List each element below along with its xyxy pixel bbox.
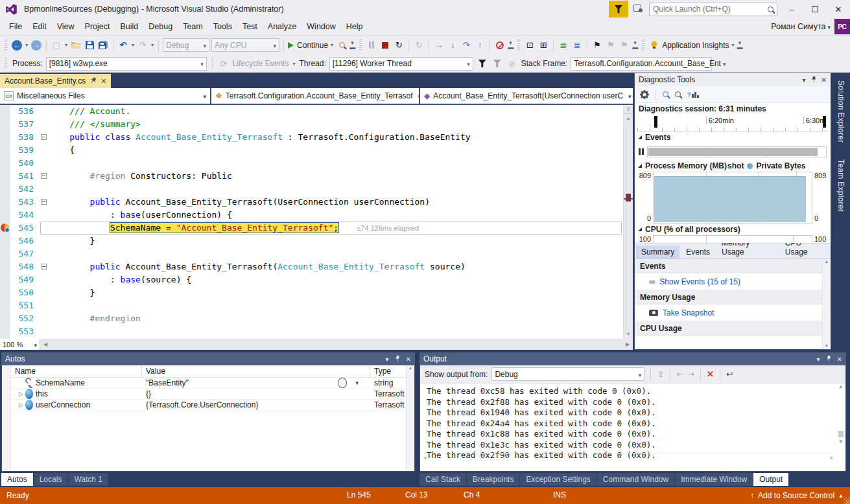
panel-tab-locals[interactable]: Locals [34,473,68,486]
menu-file[interactable]: File [4,20,27,33]
menu-window[interactable]: Window [301,20,340,33]
pin-icon[interactable] [395,356,400,363]
output-vertical-scrollbar[interactable]: ▲▼ [836,384,845,453]
redo-button[interactable]: ↷ [137,39,148,52]
toolbar-overflow[interactable]: ▾▬ [508,41,514,50]
resize-grip[interactable] [844,498,850,504]
diagnostic-tools-button[interactable] [336,39,348,52]
close-icon[interactable]: ✕ [821,76,827,84]
solution-explorer-tab[interactable]: Solution Explorer [835,75,847,148]
team-explorer-tab[interactable]: Team Explorer [835,154,847,217]
output-header[interactable]: Output ▾ ✕ [419,352,846,365]
breakpoint-margin[interactable] [0,157,10,170]
panel-tab-command-window[interactable]: Command Window [597,473,674,486]
project-dropdown[interactable]: C# Miscellaneous Files [0,88,211,104]
application-insights-label[interactable]: Application Insights [662,41,729,50]
column-name[interactable]: Name [11,365,142,377]
diag-tab-events[interactable]: Events [681,246,715,258]
fold-collapse-icon[interactable] [41,173,47,179]
navigate-code-button[interactable]: ⊞ [537,39,549,52]
fold-margin[interactable] [40,144,49,157]
show-next-statement-arrow[interactable]: → [433,39,445,52]
diagnostics-timeline[interactable]: 6:20min 6:30m [637,116,828,132]
breakpoint-margin[interactable] [0,338,10,339]
close-button[interactable]: ✕ [829,5,847,14]
filter-threads-icon[interactable] [477,57,488,70]
breakpoint-margin[interactable] [0,170,10,183]
events-section-header[interactable]: Events [635,132,831,143]
menu-project[interactable]: Project [80,20,115,33]
toolbar-overflow[interactable]: ▾▬ [632,41,638,50]
window-position-dropdown-icon[interactable]: ▾ [803,76,806,84]
pause-button[interactable] [366,39,377,52]
thread-dropdown[interactable]: [11296] Worker Thread [329,57,473,71]
toolbar-gripper[interactable] [5,58,7,69]
scroll-right-arrow[interactable]: ▶ [622,341,633,347]
breakpoint-margin[interactable] [0,222,10,235]
fold-margin[interactable] [40,170,49,183]
fold-margin[interactable] [40,222,49,235]
panel-tab-call-stack[interactable]: Call Stack [419,473,466,486]
fold-margin[interactable] [40,157,49,170]
fold-collapse-icon[interactable] [41,264,47,269]
zoom-in-icon[interactable] [663,91,668,97]
cpu-section-header[interactable]: CPU (% of all processors) [635,223,831,235]
filter-flagged-icon[interactable] [491,57,503,70]
panel-tab-immediate-window[interactable]: Immediate Window [675,473,753,486]
breakpoint-margin[interactable] [0,118,10,131]
breakpoint-margin[interactable] [0,247,10,260]
application-insights-dropdown[interactable]: ▾ [731,42,735,48]
solution-configuration-dropdown[interactable]: Debug [163,38,209,52]
menu-build[interactable]: Build [115,20,143,33]
toolbar-overflow[interactable]: ▾▬ [737,41,743,50]
next-message-icon[interactable]: ⇢ [687,369,694,379]
timeline-range-end-marker[interactable] [823,116,826,128]
send-feedback-icon[interactable] [633,5,644,14]
toolbar-gripper[interactable] [642,40,644,51]
reset-view-chart-icon[interactable]: ? [687,91,699,98]
breakpoint-margin[interactable] [0,312,10,325]
output-horizontal-scrollbar[interactable]: ◀▶ [420,453,836,462]
pin-icon[interactable] [811,76,816,84]
user-avatar[interactable]: РС [834,19,850,34]
minimize-button[interactable]: – [783,5,801,14]
timeline-range-start-marker[interactable] [654,116,657,128]
clear-all-icon[interactable]: ✕ [707,369,714,379]
fold-margin[interactable] [40,338,49,339]
menu-test[interactable]: Test [237,20,263,33]
undo-dropdown[interactable]: ▾ [131,42,135,48]
fold-margin[interactable] [40,273,49,286]
previous-message-icon[interactable]: ⇠ [676,369,683,379]
diagnostic-tools-header[interactable]: Diagnostic Tools ▾ ✕ [635,73,831,86]
autos-row[interactable]: SchemaName"BaseEntity"string [11,378,414,389]
navigate-backward-button[interactable]: ← [11,39,23,52]
breakpoint-margin[interactable] [0,131,10,144]
window-position-dropdown-icon[interactable]: ▾ [817,356,820,363]
breakpoint-margin[interactable] [0,183,10,196]
autos-row[interactable]: ▷userConnection{Terrasoft.Core.UserConne… [11,400,414,411]
breakpoint-margin[interactable] [0,209,10,222]
panel-tab-output[interactable]: Output [753,473,788,486]
toolbar-overflow[interactable]: ▾▬ [349,41,355,50]
cpu-usage-chart[interactable] [653,235,812,243]
breakpoint-margin[interactable] [0,235,10,247]
autos-scrollbar[interactable]: ▲ [406,365,414,471]
breakpoint-margin[interactable] [0,273,10,286]
increase-indent-button[interactable]: ≣ [571,39,583,52]
show-next-statement-button[interactable]: ↻ [413,39,425,52]
variable-name-cell[interactable]: SchemaName [11,378,142,388]
fold-margin[interactable] [40,196,49,209]
navigate-backward-dropdown[interactable]: ▾ [25,42,29,48]
toolbar-gripper[interactable] [517,40,520,51]
output-source-dropdown[interactable]: Debug [491,367,644,381]
fold-margin[interactable] [40,247,49,260]
breakpoint-margin[interactable] [0,260,10,273]
suspend-threads-icon[interactable]: ⊘ [506,57,518,70]
maximize-button[interactable] [806,5,824,14]
fold-margin[interactable] [40,105,49,118]
splitter-handle[interactable]: ⇳ [624,105,633,114]
navigate-forward-button[interactable]: → [30,39,42,52]
decrease-indent-button[interactable]: ≣ [558,39,569,52]
breakpoint-margin[interactable] [0,105,10,118]
summary-scrollbar[interactable]: ▲▼ [822,259,831,349]
